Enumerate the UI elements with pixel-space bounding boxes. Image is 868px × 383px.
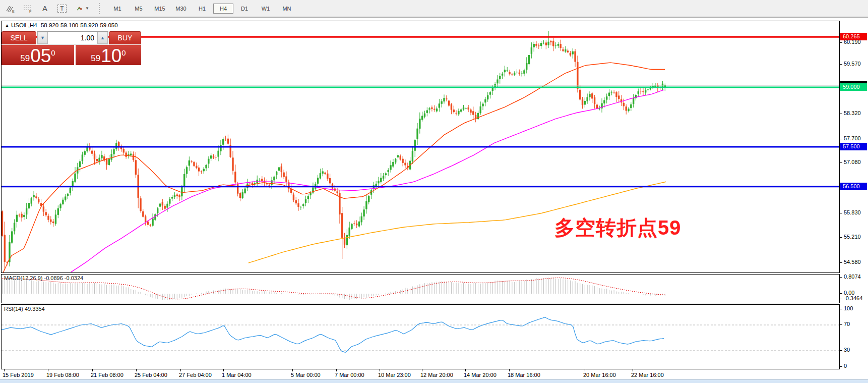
- price-badge-57.500: 57.500: [840, 143, 867, 150]
- arrows-icon[interactable]: ▼: [73, 3, 92, 15]
- date-tick: [380, 369, 380, 371]
- timeframe-button-h1[interactable]: H1: [192, 4, 212, 14]
- date-label: 5 Mar 00:00: [291, 372, 321, 378]
- date-tick: [509, 369, 510, 371]
- timeframe-button-m5[interactable]: M5: [129, 4, 149, 14]
- date-label: 7 Mar 00:00: [335, 372, 364, 378]
- trading-terminal: E F A T ▼ M1M5M15M30H1H4D1W1MN ▲USOil-,H…: [0, 0, 868, 383]
- timeframe-button-m15[interactable]: M15: [150, 4, 170, 14]
- toolbar-grip: [99, 3, 104, 14]
- sell-price-sup: 0: [51, 49, 55, 57]
- text-box-icon[interactable]: T: [55, 3, 69, 15]
- axis-label-59.570: 59.570: [844, 61, 861, 68]
- date-label: 21 Feb 08:00: [91, 372, 123, 378]
- sell-price-main: 05: [30, 48, 51, 64]
- timeframe-button-w1[interactable]: W1: [256, 4, 276, 14]
- date-label: 12 Mar 20:00: [420, 372, 453, 378]
- axis-label-57.080: 57.080: [844, 159, 861, 166]
- date-tick: [48, 369, 48, 371]
- price-axis[interactable]: 60.19059.57058.32057.70057.08055.83055.2…: [840, 18, 868, 379]
- rsi-line: [2, 317, 664, 353]
- axis-label-0.8074: 0.8074: [844, 273, 861, 281]
- date-label: 19 Feb 08:00: [46, 372, 79, 378]
- axis-label-57.700: 57.700: [844, 135, 861, 142]
- date-axis[interactable]: 15 Feb 201919 Feb 08:0021 Feb 08:0025 Fe…: [1, 369, 840, 379]
- sell-button[interactable]: SELL: [2, 31, 36, 44]
- one-click-trade-panel: SELL ▼ ▲ BUY 59050 59100: [2, 31, 141, 65]
- axis-tick: [840, 366, 842, 367]
- axis-tick: [840, 162, 842, 163]
- axis-label--0.3464: -0.3464: [844, 295, 862, 302]
- ma-mid-line: [71, 90, 664, 272]
- axis-tick: [840, 277, 842, 278]
- buy-button[interactable]: BUY: [109, 31, 141, 44]
- buy-price-prefix: 59: [91, 54, 100, 63]
- axis-tick: [840, 350, 842, 351]
- date-label: 1 Mar 04:00: [222, 372, 252, 378]
- volume-spinbox: ▼ ▲: [37, 31, 108, 44]
- date-tick: [422, 369, 422, 371]
- symbol-period: USOil-,H4: [11, 22, 37, 28]
- date-label: 25 Feb 04:00: [135, 372, 167, 378]
- date-label: 18 Mar 16:00: [508, 372, 540, 378]
- axis-label-55.210: 55.210: [844, 234, 861, 241]
- date-tick: [465, 369, 466, 371]
- date-label: 10 Mar 23:00: [378, 372, 411, 378]
- date-label: 20 Mar 16:00: [583, 372, 616, 378]
- macd-canvas: [2, 275, 839, 303]
- chart-title: ▲USOil-,H4 58.92059.10058.92059.050: [5, 22, 120, 28]
- toolbar: E F A T ▼ M1M5M15M30H1H4D1W1MN: [0, 0, 868, 18]
- date-tick: [292, 369, 293, 371]
- axis-label-54.580: 54.580: [844, 259, 861, 266]
- date-label: 22 Mar 16:00: [631, 372, 664, 378]
- timeframe-button-d1[interactable]: D1: [234, 4, 255, 14]
- buy-price-main: 10: [101, 48, 121, 64]
- axis-tick: [840, 213, 842, 213]
- timeframe-button-h4[interactable]: H4: [213, 4, 233, 14]
- ohlc-close: 59.050: [100, 22, 117, 28]
- date-tick: [585, 369, 585, 371]
- indicators-icon[interactable]: E: [4, 3, 17, 15]
- volume-increase-button[interactable]: ▲: [97, 32, 108, 44]
- axis-tick: [840, 293, 842, 294]
- chart-text-annotation[interactable]: 多空转折点59: [554, 214, 681, 242]
- date-tick: [223, 369, 224, 371]
- date-tick: [136, 369, 137, 371]
- axis-label-0: 0: [844, 363, 847, 370]
- axis-tick: [840, 64, 842, 65]
- volume-decrease-button[interactable]: ▼: [37, 32, 48, 44]
- ohlc-low: 58.920: [80, 22, 98, 28]
- ohlc-high: 59.100: [60, 22, 78, 28]
- sell-price-button[interactable]: 59050: [2, 45, 74, 65]
- rsi-label: RSI(14) 49.3354: [4, 306, 45, 312]
- timeframe-button-mn[interactable]: MN: [277, 4, 297, 14]
- price-badge-60.265: 60.265: [840, 33, 867, 40]
- svg-text:E: E: [12, 10, 15, 13]
- axis-tick: [840, 237, 842, 238]
- grid-icon[interactable]: F: [21, 3, 34, 15]
- text-label-icon[interactable]: A: [38, 3, 51, 15]
- timeframe-button-m1[interactable]: M1: [107, 4, 128, 14]
- axis-label-55.830: 55.830: [844, 209, 861, 216]
- ohlc-open: 58.920: [41, 22, 58, 28]
- buy-price-button[interactable]: 59100: [76, 45, 141, 65]
- axis-tick: [840, 299, 842, 299]
- axis-label-70: 70: [844, 321, 850, 328]
- date-tick: [336, 369, 337, 371]
- macd-indicator-window[interactable]: [1, 274, 840, 303]
- status-strip: [0, 379, 868, 383]
- timeframe-buttons: M1M5M15M30H1H4D1W1MN: [107, 4, 297, 14]
- chevron-down-icon: ▼: [85, 6, 89, 11]
- axis-tick: [840, 324, 842, 325]
- axis-label-58.320: 58.320: [844, 110, 861, 117]
- volume-input[interactable]: [48, 32, 97, 44]
- rsi-canvas: [2, 305, 839, 369]
- price-badge-56.500: 56.500: [840, 183, 867, 190]
- date-label: 14 Mar 20:00: [464, 372, 497, 378]
- timeframe-button-m30[interactable]: M30: [171, 4, 191, 14]
- rsi-indicator-window[interactable]: [1, 304, 840, 369]
- collapse-triangle-icon[interactable]: ▲: [5, 23, 9, 28]
- date-label: 15 Feb 2019: [3, 372, 34, 378]
- macd-label: MACD(12,26,9) -0.0896 -0.0324: [4, 275, 83, 281]
- date-tick: [180, 369, 181, 371]
